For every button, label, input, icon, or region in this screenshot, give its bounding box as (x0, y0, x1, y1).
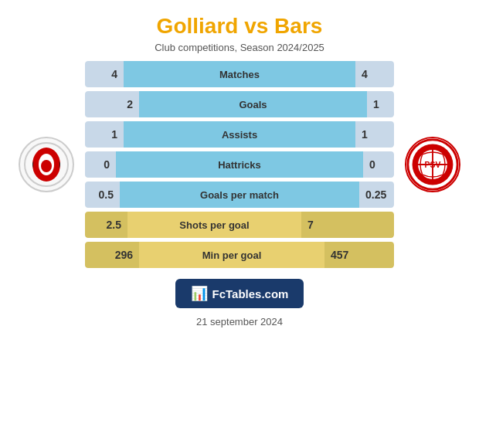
stats-container: 4 Matches 4 2 Goals 1 1 Assists 1 0 Hatt… (85, 61, 394, 268)
stat-label-spg: Shots per goal (127, 212, 301, 238)
svg-text:PSV: PSV (425, 161, 441, 169)
page-title: Golliard vs Bars (157, 14, 323, 39)
match-date: 21 september 2024 (196, 316, 283, 328)
stat-row-goals: 2 Goals 1 (85, 91, 394, 117)
stat-row-hattricks: 0 Hattricks 0 (85, 151, 394, 178)
team-logo-left (8, 137, 85, 192)
chart-icon: 📊 (191, 285, 208, 302)
stat-right-spg: 7 (301, 212, 394, 238)
stat-right-matches: 4 (355, 61, 394, 87)
stat-left-assists: 1 (85, 121, 124, 148)
stat-left-spg: 2.5 (85, 212, 127, 238)
page-subtitle: Club competitions, Season 2024/2025 (155, 42, 324, 53)
stat-label-gpm: Goals per match (120, 182, 359, 208)
stat-right-goals: 1 (367, 91, 394, 117)
stat-label-assists: Assists (124, 121, 355, 148)
stat-left-hattricks: 0 (85, 151, 116, 178)
stat-row-gpm: 0.5 Goals per match 0.25 (85, 182, 394, 208)
stat-row-assists: 1 Assists 1 (85, 121, 394, 148)
footer-logo-text: FcTables.com (212, 287, 289, 300)
stat-right-assists: 1 (355, 121, 394, 148)
stat-row-mpg: 296 Min per goal 457 (85, 242, 394, 268)
stat-left-matches: 4 (85, 61, 124, 87)
stat-label-hattricks: Hattricks (116, 151, 363, 178)
stat-left-mpg: 296 (85, 242, 139, 268)
stat-row-matches: 4 Matches 4 (85, 61, 394, 87)
stat-label-mpg: Min per goal (139, 242, 324, 268)
team-logo-right: PSV (394, 137, 471, 192)
stat-label-goals: Goals (139, 91, 367, 117)
stat-right-mpg: 457 (324, 242, 394, 268)
stat-left-gpm: 0.5 (85, 182, 120, 208)
stat-label-matches: Matches (124, 61, 355, 87)
fctables-logo[interactable]: 📊 FcTables.com (175, 279, 304, 308)
stat-right-gpm: 0.25 (359, 182, 394, 208)
stat-right-hattricks: 0 (363, 151, 394, 178)
stat-row-spg: 2.5 Shots per goal 7 (85, 212, 394, 238)
stat-left-goals: 2 (85, 91, 139, 117)
svg-point-3 (41, 160, 52, 172)
